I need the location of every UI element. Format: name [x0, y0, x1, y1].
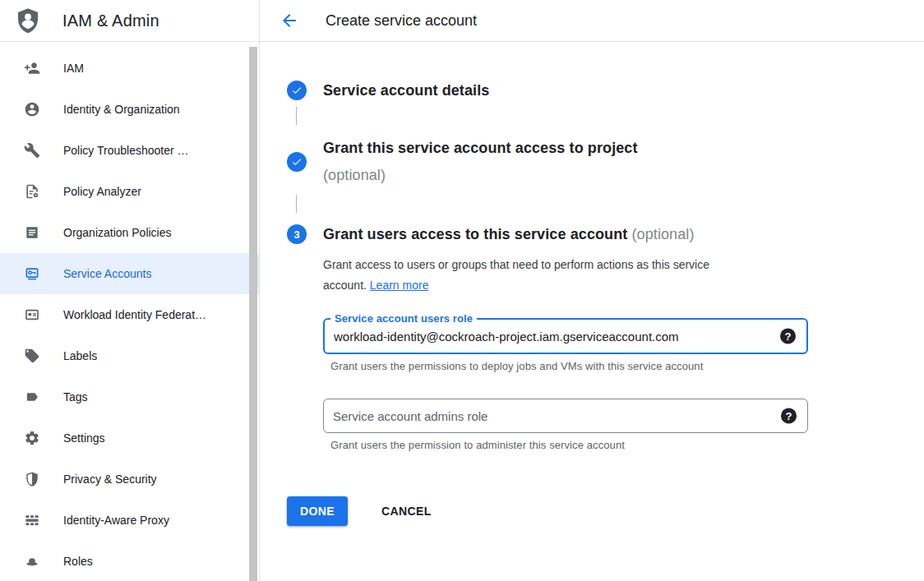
sidebar-item-identity-organization[interactable]: Identity & Organization [0, 89, 259, 130]
step-2-title: Grant this service account access to pro… [323, 135, 638, 189]
sidebar-item-workload-identity-federation[interactable]: Workload Identity Federat… [0, 294, 259, 335]
admins-role-help-icon[interactable]: ? [781, 408, 797, 424]
sidebar-item-label: Workload Identity Federat… [63, 308, 206, 321]
step-2-optional-label: (optional) [323, 162, 638, 189]
page-header: Create service account [260, 0, 924, 42]
proxy-icon [23, 511, 41, 529]
step-3-optional-label: (optional) [631, 226, 694, 242]
admins-role-helper-text: Grant users the permission to administer… [330, 439, 808, 451]
step-1-title: Service account details [323, 81, 489, 100]
arrow-back-icon [280, 11, 299, 30]
page-title: Create service account [326, 12, 477, 30]
sidebar-item-label: Settings [63, 431, 105, 445]
hat-icon [23, 552, 41, 570]
admins-role-input[interactable] [324, 399, 807, 432]
label-tag-icon [23, 347, 41, 365]
sidebar-item-label: Organization Policies [63, 226, 172, 239]
wrench-icon [23, 141, 41, 159]
sidebar-item-label: Privacy & Security [63, 473, 157, 486]
sidebar-item-organization-policies[interactable]: Organization Policies [0, 212, 259, 253]
sidebar-item-settings[interactable]: Settings [0, 417, 259, 459]
cancel-button[interactable]: CANCEL [375, 496, 438, 526]
sidebar-item-label: Policy Troubleshooter … [63, 144, 189, 157]
sidebar-item-labels[interactable]: Labels [0, 335, 259, 376]
step-connector [296, 195, 297, 213]
wizard-actions: DONE CANCEL [287, 496, 924, 526]
learn-more-link[interactable]: Learn more [370, 279, 429, 292]
org-policies-icon [23, 224, 41, 242]
wizard-content: Service account details Grant this servi… [260, 42, 924, 526]
users-role-helper-text: Grant users the permissions to deploy jo… [330, 360, 808, 372]
service-account-users-role-field: Service account users role ? Grant users… [323, 318, 808, 372]
users-role-help-icon[interactable]: ? [780, 329, 796, 344]
check-icon [291, 156, 303, 168]
step-service-account-details: Service account details [287, 81, 924, 100]
tag-icon [23, 388, 41, 406]
sidebar-item-tags[interactable]: Tags [0, 376, 259, 417]
users-role-input-box: Service account users role ? [323, 318, 808, 354]
step-3-description: Grant access to users or groups that nee… [323, 255, 751, 296]
sidebar-item-label: Service Accounts [63, 267, 151, 280]
iam-shield-logo-icon [15, 7, 41, 35]
sidebar-scrollbar[interactable] [249, 47, 257, 581]
sidebar-item-privacy-security[interactable]: Privacy & Security [0, 459, 259, 500]
workload-identity-icon [23, 306, 41, 324]
sidebar-item-roles[interactable]: Roles [0, 541, 259, 581]
step-grant-users-access: 3 Grant users access to this service acc… [287, 224, 924, 451]
sidebar-item-iam[interactable]: IAM [0, 48, 259, 89]
step-3-title: Grant users access to this service accou… [323, 224, 808, 244]
sidebar-item-label: Roles [63, 555, 93, 568]
sidebar-item-label: IAM [63, 62, 84, 75]
sidebar-item-label: Tags [63, 390, 88, 403]
sidebar-nav: IAM Identity & Organization Policy Troub… [0, 42, 259, 581]
sidebar-item-service-accounts[interactable]: Service Accounts [0, 253, 259, 294]
sidebar-item-policy-analyzer[interactable]: Policy Analyzer [0, 171, 259, 212]
step-1-completed-badge [287, 81, 307, 100]
shield-icon [23, 470, 41, 488]
done-button[interactable]: DONE [287, 496, 348, 526]
sidebar-item-label: Labels [63, 349, 97, 362]
policy-analyzer-icon [23, 182, 41, 201]
sidebar-header: IAM & Admin [0, 0, 259, 42]
step-grant-access-to-project: Grant this service account access to pro… [287, 135, 924, 189]
sidebar-item-label: Identity & Organization [63, 103, 180, 116]
sidebar: IAM & Admin IAM Identity & Organization [0, 0, 260, 581]
iam-admin-app: IAM & Admin IAM Identity & Organization [0, 0, 924, 581]
main-panel: Create service account Service account d… [260, 0, 924, 581]
step-connector [296, 107, 297, 125]
back-button[interactable] [280, 11, 299, 30]
check-icon [291, 85, 303, 96]
service-accounts-icon [23, 265, 41, 283]
product-title: IAM & Admin [62, 12, 159, 30]
sidebar-item-label: Identity-Aware Proxy [63, 514, 169, 527]
sidebar-item-identity-aware-proxy[interactable]: Identity-Aware Proxy [0, 500, 259, 541]
sidebar-item-policy-troubleshooter[interactable]: Policy Troubleshooter … [0, 130, 259, 171]
person-add-icon [23, 59, 41, 77]
service-account-admins-role-field: ? Grant users the permission to administ… [323, 399, 808, 451]
admins-role-input-box: ? [323, 399, 808, 433]
sidebar-item-label: Policy Analyzer [63, 185, 141, 198]
gear-icon [23, 429, 41, 447]
account-circle-icon [23, 100, 41, 118]
step-3-number-badge: 3 [287, 224, 307, 244]
users-role-floating-label: Service account users role [330, 312, 477, 325]
step-2-completed-badge [287, 152, 307, 172]
